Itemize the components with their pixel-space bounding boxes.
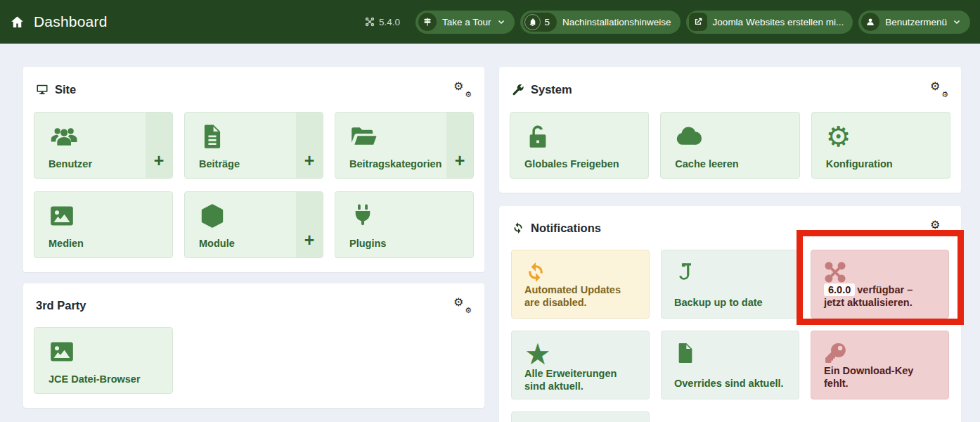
- quickicon-label: Beiträge: [199, 158, 292, 170]
- notification-count-badge: 5: [523, 13, 557, 32]
- quickicon-cache-leeren[interactable]: Cache leeren: [660, 112, 799, 179]
- user-menu-label: Benutzermenü: [885, 17, 947, 27]
- panel-title: 3rd Party: [36, 299, 86, 312]
- plus-icon: +: [304, 152, 315, 170]
- gear-icon: ⚙: [941, 91, 948, 98]
- quickicon-label: Module: [199, 238, 292, 249]
- joomla-websites-link-button[interactable]: Joomla Websites erstellen mi...: [686, 11, 853, 34]
- quickicon-beitragskategorien[interactable]: Beitragskategorien +: [335, 112, 474, 179]
- notification-overrides[interactable]: Overrides sind aktuell.: [661, 331, 799, 399]
- panel-settings-button[interactable]: ⚙⚙: [930, 219, 948, 236]
- add-beitrag-button[interactable]: +: [296, 113, 323, 178]
- joomla-logo-icon: [365, 17, 375, 27]
- users-icon: [49, 122, 141, 151]
- chevron-down-icon: [953, 18, 961, 26]
- gear-icon: ⚙: [453, 81, 463, 92]
- notification-label: Automated Updates are disabled.: [524, 283, 636, 309]
- notification-label: Backup up to date: [674, 296, 786, 309]
- panel-system: System ⚙⚙ Globales Freigeben: [499, 67, 961, 193]
- star-icon: ★: [524, 342, 636, 367]
- version-badge: 6.0.0: [824, 283, 855, 296]
- quickicon-label: Beitragskategorien: [349, 158, 442, 170]
- quickicon-globales-freigeben[interactable]: Globales Freigeben: [510, 112, 649, 179]
- notification-partial[interactable]: [511, 411, 650, 422]
- article-icon: [199, 122, 292, 151]
- add-beitragskategorie-button[interactable]: +: [446, 113, 473, 178]
- notification-extensions[interactable]: ★ Alle Erweiterungen sind aktuell.: [511, 331, 650, 399]
- notification-automated-updates[interactable]: Automated Updates are disabled.: [511, 250, 650, 319]
- add-modul-button[interactable]: +: [296, 192, 323, 257]
- external-link-icon: [689, 13, 707, 31]
- topbar-actions: 5.4.0 Take a Tour 5 Nachinstallationshin…: [365, 11, 970, 34]
- quickicon-label: JCE Datei-Browser: [49, 373, 168, 385]
- quickicon-jce-datei-browser[interactable]: JCE Datei-Browser: [34, 327, 173, 394]
- notification-label: Overrides sind aktuell.: [674, 377, 786, 390]
- notification-label: Ein Download-Key fehlt.: [824, 364, 936, 390]
- quickicon-konfiguration[interactable]: ⚙ Konfiguration: [811, 112, 950, 179]
- breadcrumb: Dashboard: [10, 13, 108, 30]
- quickicon-label: Konfiguration: [826, 158, 946, 170]
- joomla-version: 5.4.0: [365, 17, 400, 27]
- notification-label: Alle Erweiterungen sind aktuell.: [524, 367, 636, 392]
- page-title: Dashboard: [34, 13, 108, 30]
- chevron-down-icon: [497, 18, 505, 26]
- panel-title: Notifications: [531, 222, 601, 235]
- quickicon-module[interactable]: Module +: [184, 191, 323, 258]
- panel-settings-button[interactable]: ⚙⚙: [453, 297, 472, 314]
- panel-site: Site ⚙⚙ Benutzer +: [23, 67, 484, 272]
- gear-icon: ⚙: [941, 229, 948, 237]
- post-installation-label: Nachinstallationshinweise: [562, 17, 671, 27]
- image-icon: [49, 337, 168, 366]
- folder-open-icon: [349, 122, 442, 151]
- quickicon-beitraege[interactable]: Beiträge +: [184, 112, 323, 179]
- version-number: 5.4.0: [379, 17, 400, 27]
- rotate-arrows-icon: [524, 261, 636, 283]
- gear-icon: ⚙: [453, 297, 463, 308]
- desktop-icon: [36, 83, 49, 96]
- sync-icon: [512, 222, 524, 234]
- joomla-websites-label: Joomla Websites erstellen mi...: [713, 17, 844, 27]
- plus-icon: +: [154, 152, 165, 170]
- signpost-icon: [418, 13, 437, 31]
- home-icon: [10, 15, 25, 30]
- notification-joomla-update[interactable]: 6.0.0verfügbar – jetzt aktualisieren.: [811, 250, 949, 319]
- akeeba-backup-icon: [674, 261, 786, 283]
- quickicon-medien[interactable]: Medien: [34, 191, 173, 258]
- gear-icon: ⚙: [930, 219, 940, 231]
- quickicon-label: Globales Freigeben: [524, 158, 644, 170]
- cloud-icon: [675, 122, 794, 151]
- plus-icon: +: [455, 152, 465, 170]
- admin-topbar: Dashboard 5.4.0 Take a Tour 5: [0, 0, 980, 44]
- notification-download-key[interactable]: Ein Download-Key fehlt.: [811, 331, 949, 399]
- joomla-logo-icon: [824, 261, 936, 283]
- panel-third-party: 3rd Party ⚙⚙ JCE Datei-Browser: [23, 283, 484, 408]
- key-icon: [824, 342, 936, 364]
- panel-settings-button[interactable]: ⚙⚙: [453, 81, 472, 98]
- post-installation-messages-button[interactable]: 5 Nachinstallationshinweise: [520, 11, 681, 34]
- add-benutzer-button[interactable]: +: [146, 113, 172, 178]
- panel-title: System: [531, 83, 572, 96]
- wrench-icon: [512, 83, 524, 96]
- quickicon-label: Benutzer: [49, 158, 141, 170]
- panel-settings-button[interactable]: ⚙⚙: [930, 81, 948, 98]
- dashboard-main: Site ⚙⚙ Benutzer +: [23, 67, 961, 422]
- gear-icon: ⚙: [930, 81, 940, 92]
- gear-icon: ⚙: [465, 307, 472, 314]
- quickicon-label: Cache leeren: [675, 158, 794, 170]
- image-icon: [49, 201, 168, 231]
- gear-icon: ⚙: [465, 91, 472, 98]
- user-menu-button[interactable]: Benutzermenü: [858, 11, 970, 34]
- panel-notifications: Notifications ⚙⚙ Automated Updates are d…: [499, 206, 961, 422]
- quickicon-benutzer[interactable]: Benutzer +: [34, 112, 173, 179]
- bell-icon: [524, 14, 541, 30]
- unlock-icon: [524, 122, 644, 151]
- notification-backup[interactable]: Backup up to date: [661, 250, 799, 319]
- notification-count: 5: [545, 17, 550, 27]
- user-icon: [861, 13, 879, 31]
- gear-icon: ⚙: [826, 122, 946, 151]
- file-icon: [674, 342, 786, 364]
- notification-label: 6.0.0verfügbar – jetzt aktualisieren.: [824, 283, 936, 309]
- take-a-tour-button[interactable]: Take a Tour: [415, 11, 515, 34]
- take-a-tour-label: Take a Tour: [442, 17, 491, 27]
- quickicon-plugins[interactable]: Plugins: [335, 191, 474, 258]
